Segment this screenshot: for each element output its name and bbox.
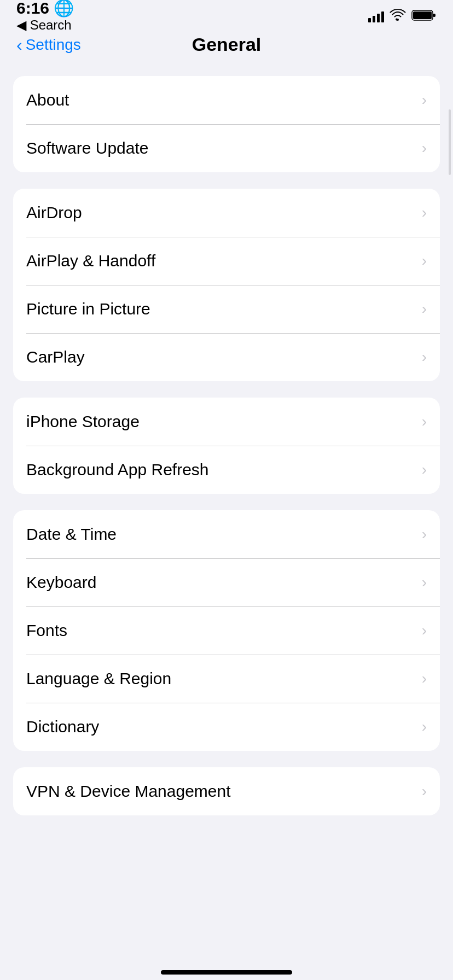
carplay-chevron-icon: › bbox=[422, 348, 427, 366]
about-label: About bbox=[26, 91, 69, 109]
picture-in-picture-label: Picture in Picture bbox=[26, 300, 150, 318]
status-time: 6:16 🌐 bbox=[16, 0, 74, 16]
signal-icon bbox=[368, 10, 384, 22]
home-indicator bbox=[161, 970, 292, 975]
svg-point-0 bbox=[397, 19, 399, 21]
keyboard-item[interactable]: Keyboard › bbox=[13, 558, 440, 606]
keyboard-label: Keyboard bbox=[26, 573, 96, 592]
svg-rect-3 bbox=[413, 11, 432, 19]
fonts-chevron-icon: › bbox=[422, 622, 427, 639]
fonts-label: Fonts bbox=[26, 621, 67, 640]
scrollbar[interactable] bbox=[449, 109, 451, 175]
wifi-icon bbox=[390, 9, 406, 24]
time-display: 6:16 bbox=[16, 0, 49, 16]
background-app-refresh-item[interactable]: Background App Refresh › bbox=[13, 446, 440, 494]
fonts-item[interactable]: Fonts › bbox=[13, 606, 440, 655]
airplay-handoff-chevron-icon: › bbox=[422, 252, 427, 270]
software-update-label: Software Update bbox=[26, 139, 148, 158]
carplay-label: CarPlay bbox=[26, 348, 85, 366]
background-app-refresh-chevron-icon: › bbox=[422, 461, 427, 479]
airdrop-label: AirDrop bbox=[26, 203, 82, 222]
settings-content: About › Software Update › AirDrop bbox=[0, 65, 453, 843]
vpn-device-management-chevron-icon: › bbox=[422, 783, 427, 800]
date-time-item[interactable]: Date & Time › bbox=[13, 510, 440, 558]
dictionary-item[interactable]: Dictionary › bbox=[13, 703, 440, 751]
settings-group-3: iPhone Storage › Background App Refresh … bbox=[13, 398, 440, 494]
vpn-device-management-label: VPN & Device Management bbox=[26, 782, 231, 801]
keyboard-chevron-icon: › bbox=[422, 574, 427, 591]
about-chevron-icon: › bbox=[422, 91, 427, 109]
status-right bbox=[368, 9, 437, 24]
svg-rect-2 bbox=[433, 14, 435, 17]
settings-group-5: VPN & Device Management › bbox=[13, 767, 440, 815]
airdrop-chevron-icon: › bbox=[422, 204, 427, 221]
page-title: General bbox=[192, 34, 262, 55]
software-update-item[interactable]: Software Update › bbox=[13, 124, 440, 172]
carplay-item[interactable]: CarPlay › bbox=[13, 333, 440, 381]
dictionary-label: Dictionary bbox=[26, 718, 99, 736]
status-left: 6:16 🌐 ◀ Search bbox=[16, 0, 74, 33]
globe-icon: 🌐 bbox=[54, 0, 74, 16]
airplay-handoff-label: AirPlay & Handoff bbox=[26, 252, 155, 270]
language-region-item[interactable]: Language & Region › bbox=[13, 655, 440, 703]
iphone-storage-item[interactable]: iPhone Storage › bbox=[13, 398, 440, 446]
battery-icon bbox=[411, 9, 437, 24]
status-bar: 6:16 🌐 ◀ Search bbox=[0, 0, 453, 30]
vpn-device-management-item[interactable]: VPN & Device Management › bbox=[13, 767, 440, 815]
airplay-handoff-item[interactable]: AirPlay & Handoff › bbox=[13, 237, 440, 285]
svg-marker-5 bbox=[177, 136, 199, 160]
date-time-chevron-icon: › bbox=[422, 526, 427, 543]
settings-group-2: AirDrop › AirPlay & Handoff › Picture in… bbox=[13, 189, 440, 381]
nav-bar: ‹ Settings General bbox=[0, 30, 453, 65]
settings-group-4: Date & Time › Keyboard › Fonts › Languag… bbox=[13, 510, 440, 751]
iphone-storage-chevron-icon: › bbox=[422, 413, 427, 430]
language-region-chevron-icon: › bbox=[422, 670, 427, 687]
about-item[interactable]: About › bbox=[13, 76, 440, 124]
settings-group-1: About › Software Update › bbox=[13, 76, 440, 172]
picture-in-picture-item[interactable]: Picture in Picture › bbox=[13, 285, 440, 333]
picture-in-picture-chevron-icon: › bbox=[422, 300, 427, 318]
language-region-label: Language & Region bbox=[26, 669, 171, 688]
dictionary-chevron-icon: › bbox=[422, 718, 427, 736]
background-app-refresh-label: Background App Refresh bbox=[26, 460, 209, 479]
back-label: Settings bbox=[26, 36, 81, 54]
software-update-chevron-icon: › bbox=[422, 139, 427, 157]
iphone-storage-label: iPhone Storage bbox=[26, 412, 140, 431]
airdrop-item[interactable]: AirDrop › bbox=[13, 189, 440, 237]
date-time-label: Date & Time bbox=[26, 525, 117, 544]
settings-back-button[interactable]: ‹ Settings bbox=[16, 36, 81, 54]
back-chevron-icon: ‹ bbox=[16, 36, 22, 54]
